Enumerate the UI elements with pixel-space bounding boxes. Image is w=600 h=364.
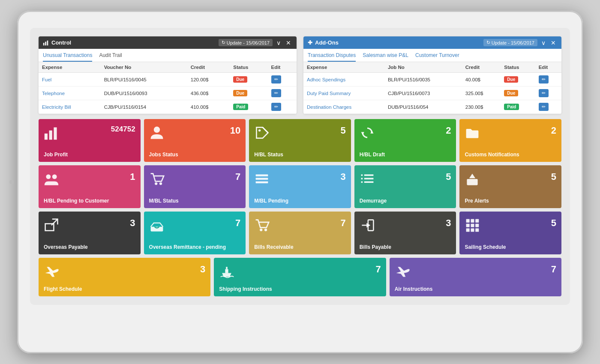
svg-rect-40 [471, 228, 474, 232]
status-cell: Due [230, 87, 267, 100]
job-cell: CJB/PU/1516/0073 [384, 87, 462, 100]
bills-payable-count: 3 [446, 218, 451, 229]
expense-cell[interactable]: Duty Paid Summary [303, 87, 384, 100]
tile-overseas-remittance[interactable]: 7 Overseas Remittance - pending [144, 212, 246, 254]
tile-job-profit[interactable]: 524752 Job Profit [39, 119, 141, 162]
status-badge: Due [233, 76, 247, 83]
tile-hbl-pending[interactable]: 1 H/BL Pending to Customer [39, 165, 141, 208]
hbl-pending-count: 1 [130, 171, 135, 182]
pre-alerts-count: 5 [551, 171, 556, 182]
tile-air-instructions[interactable]: 7 Air Instructions [390, 258, 561, 296]
control-update-btn[interactable]: ↻ Update - 15/06/2017 [219, 39, 273, 46]
svg-rect-19 [364, 174, 374, 176]
ship-icon [219, 264, 234, 279]
hbl-status-label: H/BL Status [254, 152, 346, 158]
edit-cell[interactable]: ✏ [268, 100, 297, 114]
table-row: Duty Paid Summary CJB/PU/1516/0073 325.0… [303, 87, 561, 100]
status-badge: Paid [504, 104, 519, 110]
svg-rect-24 [467, 179, 478, 185]
status-badge: Due [233, 90, 247, 96]
edit-button[interactable]: ✏ [539, 89, 549, 97]
svg-rect-34 [471, 219, 474, 223]
home-button[interactable] [9, 180, 14, 184]
tab-unusual-transactions[interactable]: Unusual Transactions [43, 52, 92, 62]
flight-schedule-label: Flight Schedule [44, 286, 205, 292]
edit-button[interactable]: ✏ [271, 89, 281, 97]
tile-mbl-status[interactable]: 7 M/BL Status [144, 165, 246, 208]
tiles-section: 524752 Job Profit 10 Jobs Status [39, 119, 561, 296]
group-icon [44, 171, 59, 187]
tab-salesman-wise[interactable]: Salesman wise P&L [363, 52, 408, 62]
addons-close-btn[interactable]: ✕ [549, 39, 557, 46]
tile-sailing-schedule[interactable]: 5 Sailing Schedule [459, 212, 561, 254]
plane-icon [44, 264, 59, 279]
tile-overseas-payable[interactable]: 3 Overseas Payable [39, 212, 141, 254]
upload-box-icon [465, 171, 480, 187]
pre-alerts-label: Pre Alerts [465, 198, 556, 204]
tablet-inner: Control ↻ Update - 15/06/2017 ∨ ✕ Unusua… [30, 28, 570, 305]
tile-hbl-draft[interactable]: 2 H/BL Draft [354, 119, 456, 162]
credit-cell: 120.00$ [187, 73, 230, 87]
status-badge: Paid [233, 104, 248, 110]
addons-tabs: Transaction Disputes Salesman wise P&L C… [303, 49, 561, 62]
svg-line-8 [263, 127, 268, 133]
tile-row-4: 3 Flight Schedule 7 Shipping I [39, 258, 561, 296]
status-cell: Due [230, 73, 267, 87]
expense-cell[interactable]: Adhoc Spendings [303, 73, 384, 87]
expense-cell[interactable]: Destination Charges [303, 100, 384, 114]
svg-rect-3 [45, 134, 48, 140]
tab-transaction-disputes[interactable]: Transaction Disputes [308, 52, 356, 62]
edit-cell[interactable]: ✏ [535, 100, 561, 114]
svg-rect-4 [49, 131, 52, 140]
tile-jobs-status[interactable]: 10 Jobs Status [144, 119, 246, 162]
external-link-icon [44, 218, 59, 233]
bills-payable-label: Bills Payable [360, 244, 451, 250]
tile-hbl-status[interactable]: 5 H/BL Status [249, 119, 351, 162]
table-row: Fuel BLR/PU/1516/0045 120.00$ Due ✏ [39, 73, 297, 87]
grid-dots-icon [465, 218, 480, 233]
table-row: Telephone DUB/PU/1516/0093 436.00$ Due ✏ [39, 87, 297, 100]
edit-cell[interactable]: ✏ [535, 73, 561, 87]
status-cell: Paid [230, 100, 267, 114]
overseas-remittance-label: Overseas Remittance - pending [149, 244, 241, 250]
tile-customs-notifications[interactable]: 2 Customs Notifications [459, 119, 561, 162]
tile-mbl-pending[interactable]: 3 M/BL Pending [249, 165, 351, 208]
edit-cell[interactable]: ✏ [268, 87, 297, 100]
tile-demurrage[interactable]: 5 Demurrage [354, 165, 456, 208]
jobs-status-count: 10 [230, 125, 240, 136]
control-expand-btn[interactable]: ∨ [275, 39, 282, 46]
tab-audit-trail[interactable]: Audit Trail [99, 52, 122, 62]
table-row: Electricity Bill CJB/PU/1516/0154 410.00… [39, 100, 297, 114]
svg-rect-5 [54, 127, 57, 140]
control-widget: Control ↻ Update - 15/06/2017 ∨ ✕ Unusua… [39, 36, 297, 114]
addons-expand-btn[interactable]: ∨ [540, 39, 547, 46]
edit-cell[interactable]: ✏ [268, 73, 297, 87]
svg-rect-38 [476, 224, 479, 227]
job-profit-label: Job Profit [44, 152, 135, 158]
edit-cell[interactable]: ✏ [535, 87, 561, 100]
expense-cell[interactable]: Electricity Bill [39, 100, 101, 114]
svg-rect-41 [476, 228, 479, 232]
col-expense: Expense [39, 62, 101, 73]
tile-bills-receivable[interactable]: 7 Bills Receivable [249, 212, 351, 254]
svg-rect-17 [256, 181, 268, 183]
tile-flight-schedule[interactable]: 3 Flight Schedule [39, 258, 210, 296]
svg-rect-1 [45, 42, 46, 45]
addons-update-btn[interactable]: ↻ Update - 15/06/2017 [483, 39, 537, 46]
svg-rect-0 [43, 43, 45, 45]
edit-button[interactable]: ✏ [271, 103, 281, 111]
credit-cell: 40.00$ [462, 73, 501, 87]
table-row: Destination Charges DUB/PU/1516/054 230.… [303, 100, 561, 114]
tile-pre-alerts[interactable]: 5 Pre Alerts [459, 165, 561, 208]
hbl-status-count: 5 [341, 125, 346, 136]
tab-customer-turnover[interactable]: Customer Turnover [415, 52, 459, 62]
svg-rect-18 [361, 174, 363, 176]
edit-button[interactable]: ✏ [539, 103, 549, 111]
expense-cell[interactable]: Fuel [39, 73, 101, 87]
control-close-btn[interactable]: ✕ [285, 39, 292, 46]
edit-button[interactable]: ✏ [539, 75, 549, 84]
tile-bills-payable[interactable]: 3 Bills Payable [354, 212, 456, 254]
expense-cell[interactable]: Telephone [39, 87, 101, 100]
edit-button[interactable]: ✏ [271, 75, 281, 84]
tile-shipping-instructions[interactable]: 7 Shipping Instructions [214, 258, 386, 296]
